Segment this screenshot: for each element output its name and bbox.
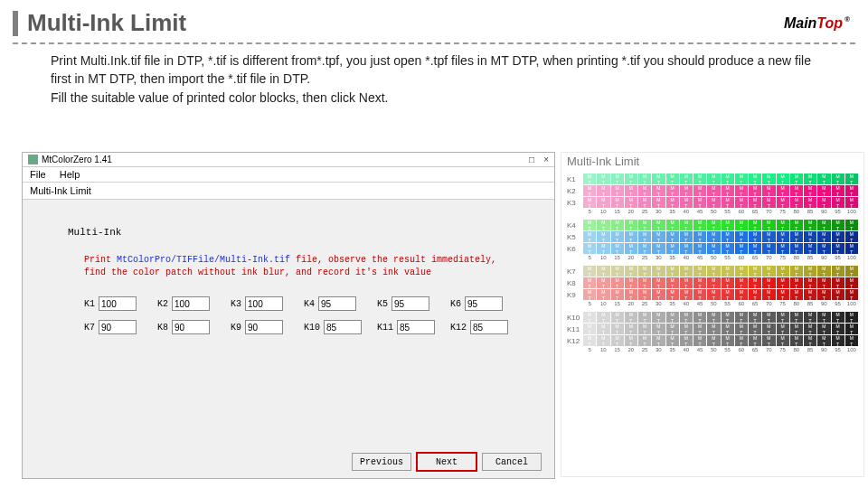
k-input[interactable] xyxy=(324,320,362,334)
color-swatch: MT xyxy=(693,266,706,277)
color-swatch: MT xyxy=(832,312,844,323)
k-input[interactable] xyxy=(172,296,210,311)
color-swatch: MT xyxy=(625,312,637,323)
color-swatch: MT xyxy=(722,335,734,346)
color-swatch: MT xyxy=(804,243,816,254)
chart-row-label: K11 xyxy=(567,325,583,333)
chart-row-label: K10 xyxy=(567,314,583,322)
color-swatch: MT xyxy=(611,197,624,208)
color-swatch: MT xyxy=(611,289,624,300)
k-field-k5: K5 xyxy=(377,296,445,311)
k-label: K4 xyxy=(304,299,315,309)
color-swatch: MT xyxy=(652,324,665,334)
color-swatch: MT xyxy=(735,266,748,277)
panel-title: Multi-Ink xyxy=(68,227,518,238)
next-button[interactable]: Next xyxy=(417,453,476,471)
color-swatch: MT xyxy=(804,220,816,230)
color-swatch: MT xyxy=(638,231,651,242)
color-swatch: MT xyxy=(722,312,734,323)
swatch-strip: MTMTMTMTMTMTMTMTMTMTMTMTMTMTMTMTMTMTMTMT xyxy=(583,174,858,184)
swatch-strip: MTMTMTMTMTMTMTMTMTMTMTMTMTMTMTMTMTMTMTMT xyxy=(583,185,858,196)
color-swatch: MT xyxy=(583,185,596,196)
color-swatch: MT xyxy=(817,266,830,277)
color-swatch: MT xyxy=(625,266,637,277)
color-swatch: MT xyxy=(777,185,789,196)
k-input[interactable] xyxy=(318,296,356,311)
k-input[interactable] xyxy=(245,296,283,311)
color-swatch: MT xyxy=(845,277,858,288)
k-input[interactable] xyxy=(99,320,137,334)
menu-file[interactable]: File xyxy=(30,169,46,180)
color-swatch: MT xyxy=(652,335,665,346)
menu-help[interactable]: Help xyxy=(60,169,80,180)
color-swatch: MT xyxy=(583,266,596,277)
color-swatch: MT xyxy=(680,231,693,242)
color-swatch: MT xyxy=(625,335,637,346)
color-swatch: MT xyxy=(583,220,596,230)
color-swatch: MT xyxy=(707,335,720,346)
color-swatch: MT xyxy=(777,335,789,346)
color-swatch: MT xyxy=(693,312,706,323)
color-swatch: MT xyxy=(777,174,789,184)
slide-header: Multi-Ink Limit MainTop® xyxy=(0,0,868,42)
chart-row: K7MTMTMTMTMTMTMTMTMTMTMTMTMTMTMTMTMTMTMT… xyxy=(567,266,858,277)
k-input[interactable] xyxy=(465,296,503,311)
k-input[interactable] xyxy=(470,320,508,334)
color-swatch: MT xyxy=(832,243,844,254)
color-swatch: MT xyxy=(583,324,596,334)
k-input[interactable] xyxy=(392,296,429,311)
color-swatch: MT xyxy=(832,185,844,196)
color-swatch: MT xyxy=(722,277,734,288)
color-swatch: MT xyxy=(735,197,748,208)
color-swatch: MT xyxy=(597,174,609,184)
color-swatch: MT xyxy=(749,220,761,230)
color-swatch: MT xyxy=(652,243,665,254)
k-input[interactable] xyxy=(172,320,210,334)
k-input[interactable] xyxy=(245,320,283,334)
k-field-k2: K2 xyxy=(157,296,225,311)
color-swatch: MT xyxy=(817,220,830,230)
color-swatch: MT xyxy=(749,185,761,196)
color-swatch: MT xyxy=(666,243,679,254)
color-swatch: MT xyxy=(762,185,775,196)
color-swatch: MT xyxy=(611,266,624,277)
swatch-strip: MTMTMTMTMTMTMTMTMTMTMTMTMTMTMTMTMTMTMTMT xyxy=(583,324,858,334)
color-swatch: MT xyxy=(735,231,748,242)
chart-row: K2MTMTMTMTMTMTMTMTMTMTMTMTMTMTMTMTMTMTMT… xyxy=(567,185,858,196)
color-swatch: MT xyxy=(804,231,816,242)
k-field-k9: K9 xyxy=(231,320,298,334)
k-input[interactable] xyxy=(99,296,137,311)
color-swatch: MT xyxy=(597,197,609,208)
chart-row-label: K12 xyxy=(567,337,583,345)
color-swatch: MT xyxy=(845,324,858,334)
color-swatch: MT xyxy=(707,243,720,254)
maximize-icon[interactable]: □ xyxy=(529,155,534,164)
close-icon[interactable]: × xyxy=(543,155,549,164)
color-swatch: MT xyxy=(638,289,651,300)
cancel-button[interactable]: Cancel xyxy=(482,453,542,471)
color-swatch: MT xyxy=(597,220,609,230)
k-label: K1 xyxy=(84,299,95,309)
previous-button[interactable]: Previous xyxy=(352,453,411,471)
color-swatch: MT xyxy=(652,289,665,300)
color-swatch: MT xyxy=(625,243,637,254)
swatch-strip: MTMTMTMTMTMTMTMTMTMTMTMTMTMTMTMTMTMTMTMT xyxy=(583,277,858,288)
chart-row-label: K8 xyxy=(567,279,583,287)
k-label: K6 xyxy=(450,299,461,309)
chart-axis: 5101520253035404550556065707580859095100 xyxy=(583,255,858,260)
color-swatch: MT xyxy=(625,185,637,196)
divider xyxy=(13,42,855,44)
color-swatch: MT xyxy=(832,324,844,334)
chart-axis: 5101520253035404550556065707580859095100 xyxy=(583,301,858,306)
k-input[interactable] xyxy=(397,320,435,334)
color-swatch: MT xyxy=(638,324,651,334)
color-swatch: MT xyxy=(625,277,637,288)
color-swatch: MT xyxy=(693,243,706,254)
color-swatch: MT xyxy=(762,266,775,277)
swatch-strip: MTMTMTMTMTMTMTMTMTMTMTMTMTMTMTMTMTMTMTMT xyxy=(583,266,858,277)
color-swatch: MT xyxy=(790,335,803,346)
color-swatch: MT xyxy=(583,289,596,300)
color-swatch: MT xyxy=(832,231,844,242)
color-swatch: MT xyxy=(832,266,844,277)
color-swatch: MT xyxy=(762,335,775,346)
